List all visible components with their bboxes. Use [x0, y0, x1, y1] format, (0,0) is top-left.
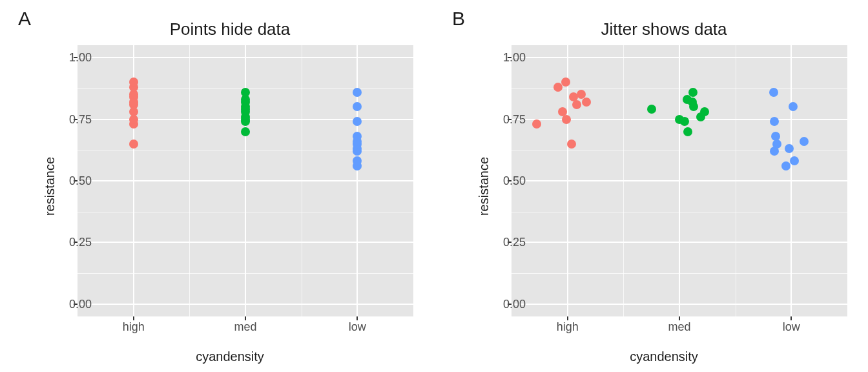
y-tick-label: 0.25: [503, 236, 526, 249]
data-point: [532, 119, 541, 129]
data-point: [561, 78, 570, 87]
data-point: [771, 132, 780, 141]
x-tick-label: high: [557, 320, 579, 334]
plot-area: [512, 45, 847, 316]
x-tick-label: low: [783, 320, 800, 334]
data-point: [675, 115, 684, 124]
x-tick-label: med: [668, 320, 690, 334]
data-point: [781, 161, 790, 170]
data-point: [353, 156, 362, 165]
y-tick-label: 0.25: [69, 236, 92, 249]
data-point: [241, 88, 250, 97]
data-point: [353, 88, 362, 97]
y-tick-label: 0.75: [69, 112, 92, 126]
y-tick-label: 1.00: [69, 51, 92, 65]
chart-grid: A Points hide data resistance cyandensit…: [0, 0, 868, 372]
y-tick-label: 0.00: [69, 297, 92, 311]
x-tick-label: med: [234, 320, 256, 334]
data-point: [567, 140, 576, 149]
data-point: [683, 95, 692, 104]
data-point: [577, 90, 586, 99]
y-tick-label: 0.50: [69, 174, 92, 188]
data-point: [353, 102, 362, 111]
panel-a: A Points hide data resistance cyandensit…: [0, 0, 434, 372]
y-tick-label: 0.50: [503, 174, 526, 188]
data-point: [769, 88, 778, 97]
panel-b: B Jitter shows data resistance cyandensi…: [434, 0, 868, 372]
x-axis-label: cyandensity: [434, 349, 868, 364]
data-point: [770, 117, 779, 126]
data-point: [129, 78, 138, 87]
data-point: [785, 144, 794, 153]
y-tick-label: 0.00: [503, 297, 526, 311]
x-tick-label: low: [349, 320, 366, 334]
data-point: [129, 140, 138, 149]
data-point: [789, 102, 798, 111]
data-point: [353, 117, 362, 126]
x-axis-label: cyandensity: [0, 349, 434, 364]
y-tick-label: 1.00: [503, 51, 526, 65]
data-point: [790, 156, 799, 165]
data-point: [647, 105, 656, 114]
data-point: [800, 137, 809, 146]
data-point: [241, 127, 250, 136]
plot-area: [78, 45, 413, 316]
data-point: [683, 127, 692, 136]
data-point: [700, 107, 709, 116]
data-point: [558, 107, 567, 116]
x-tick-label: high: [123, 320, 145, 334]
data-point: [688, 88, 698, 97]
y-tick-label: 0.75: [503, 112, 526, 126]
data-point: [582, 98, 591, 107]
data-point: [353, 132, 362, 141]
